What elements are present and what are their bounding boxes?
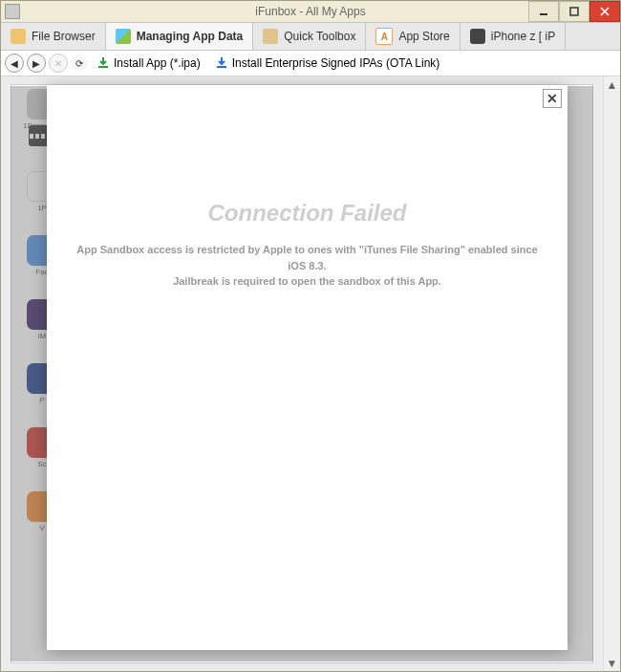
modal-close-button[interactable]: ✕ — [543, 89, 562, 108]
titlebar: iFunbox - All My Apps — [1, 1, 620, 22]
tab-label: Quick Toolbox — [284, 30, 355, 43]
svg-rect-1 — [570, 8, 578, 15]
scroll-down-icon[interactable]: ▼ — [604, 655, 620, 671]
toolbar: ◀ ▶ ✕ ⟳ Install App (*.ipa) Install Ente… — [1, 51, 620, 76]
tabbar: File Browser Managing App Data Quick Too… — [1, 22, 620, 51]
nav-forward-button[interactable]: ▶ — [27, 54, 46, 73]
phone-icon — [470, 29, 485, 44]
toolbox-icon — [263, 29, 278, 44]
install-app-label: Install App (*.ipa) — [114, 56, 201, 70]
tab-device-iphone[interactable]: iPhone z [ iP — [460, 23, 566, 50]
content-area: 1Password Documents iCabMobile iMore VLC… — [1, 76, 620, 671]
minimize-icon — [539, 7, 548, 16]
window-title: iFunbox - All My Apps — [1, 5, 620, 18]
tab-label: Managing App Data — [137, 30, 244, 43]
scroll-up-icon[interactable]: ▲ — [604, 76, 620, 93]
tab-label: File Browser — [32, 30, 96, 43]
svg-rect-2 — [98, 66, 108, 68]
appstore-icon — [375, 28, 393, 45]
install-app-button[interactable]: Install App (*.ipa) — [91, 54, 206, 72]
tab-file-browser[interactable]: File Browser — [1, 23, 106, 50]
install-enterprise-label: Install Enterprise Signed IPAs (OTA Link… — [232, 56, 440, 70]
tab-label: App Store — [398, 30, 449, 43]
close-icon: ✕ — [546, 91, 558, 106]
close-button[interactable] — [589, 1, 620, 22]
svg-rect-0 — [540, 13, 547, 15]
tab-managing-app-data[interactable]: Managing App Data — [106, 23, 254, 50]
nav-back-button[interactable]: ◀ — [5, 54, 24, 73]
x-icon: ✕ — [54, 58, 62, 69]
app-window: iFunbox - All My Apps File Browser Manag… — [0, 0, 621, 672]
refresh-icon: ⟳ — [75, 58, 83, 69]
modal-message: App Sandbox access is restricted by Appl… — [47, 242, 567, 290]
minimize-button[interactable] — [528, 1, 559, 22]
modal-title: Connection Failed — [47, 200, 567, 227]
maximize-icon — [569, 7, 579, 16]
chevron-left-icon: ◀ — [11, 58, 18, 69]
tab-app-store[interactable]: App Store — [366, 23, 460, 50]
window-buttons — [528, 1, 620, 22]
tab-quick-toolbox[interactable]: Quick Toolbox — [253, 23, 366, 50]
download-icon — [96, 56, 110, 70]
svg-rect-3 — [217, 66, 226, 68]
download-icon — [215, 56, 228, 70]
connection-failed-modal: ✕ Connection Failed App Sandbox access i… — [47, 85, 567, 650]
vertical-scrollbar[interactable]: ▲ ▼ — [603, 76, 620, 671]
nav-refresh-button[interactable]: ⟳ — [71, 54, 88, 72]
close-icon — [600, 7, 610, 16]
nav-cancel-button[interactable]: ✕ — [49, 54, 68, 73]
chevron-right-icon: ▶ — [32, 58, 40, 69]
grid-icon — [116, 29, 131, 44]
install-enterprise-button[interactable]: Install Enterprise Signed IPAs (OTA Link… — [209, 54, 446, 72]
maximize-button[interactable] — [559, 1, 589, 22]
app-icon — [5, 4, 20, 19]
folder-icon — [11, 29, 26, 44]
tab-label: iPhone z [ iP — [491, 30, 555, 43]
